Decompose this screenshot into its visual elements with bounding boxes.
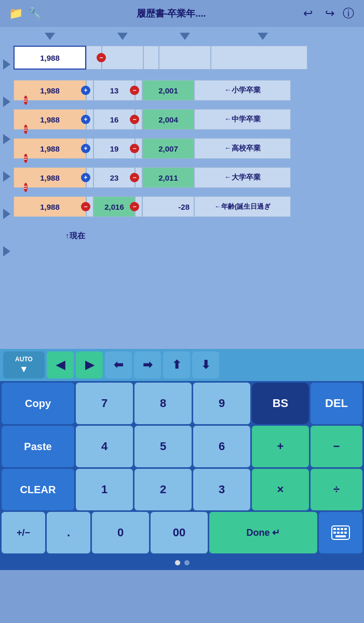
plus-button[interactable]: + bbox=[252, 426, 309, 467]
key-3[interactable]: 3 bbox=[193, 469, 250, 510]
key-4[interactable]: 4 bbox=[76, 426, 133, 467]
cell-r2-result[interactable]: 2,004 bbox=[142, 109, 194, 130]
copy-button[interactable]: Copy bbox=[2, 383, 74, 424]
key-5[interactable]: 5 bbox=[134, 426, 192, 467]
svg-rect-5 bbox=[333, 532, 336, 534]
kb-row-2: Paste 4 5 6 + − bbox=[0, 424, 364, 467]
table-row: 1,988 + 19 − 2,007 ←高校卒業 bbox=[14, 138, 364, 167]
svg-rect-8 bbox=[344, 532, 347, 534]
key-1[interactable]: 1 bbox=[76, 469, 133, 510]
cell-r2-label: ←中学卒業 bbox=[194, 109, 291, 130]
dot-2[interactable] bbox=[184, 560, 190, 565]
key-9[interactable]: 9 bbox=[193, 383, 250, 424]
cell-r1-result[interactable]: 2,001 bbox=[142, 80, 194, 101]
badge-minus-0: − bbox=[97, 53, 106, 62]
row-header-2 bbox=[0, 120, 14, 158]
cell-r3-label: ←高校卒業 bbox=[194, 138, 291, 159]
badge-minus-5n: − bbox=[130, 202, 139, 211]
big-down-btn[interactable]: ⬇ bbox=[192, 351, 219, 378]
row-headers bbox=[0, 46, 14, 295]
cell-r2-num[interactable]: 16 − bbox=[93, 109, 135, 130]
bs-button[interactable]: BS bbox=[252, 383, 309, 424]
page-dots bbox=[0, 556, 364, 570]
col-arrow-0[interactable] bbox=[14, 33, 86, 40]
row-header-4 bbox=[0, 195, 14, 233]
svg-rect-1 bbox=[333, 528, 336, 530]
spreadsheet: 1,988 − 1,988 bbox=[0, 27, 364, 349]
badge-minus-3n: − bbox=[130, 144, 139, 153]
cell-r4-result[interactable]: 2,011 bbox=[142, 167, 194, 188]
cell-r0-badge: − bbox=[86, 46, 102, 70]
key-8[interactable]: 8 bbox=[134, 383, 192, 424]
cell-r5-num[interactable]: 2,016 − bbox=[93, 196, 135, 217]
key-6[interactable]: 6 bbox=[193, 426, 250, 467]
clear-button[interactable]: CLEAR bbox=[2, 469, 74, 510]
col-arrow-4[interactable] bbox=[159, 33, 211, 40]
back-icon[interactable]: ↩ bbox=[299, 4, 317, 23]
badge-eq-1: = bbox=[24, 96, 28, 105]
badge-minus-1n: − bbox=[130, 86, 139, 95]
cell-r0-result[interactable] bbox=[159, 46, 211, 70]
multiply-button[interactable]: × bbox=[252, 469, 309, 510]
header-nav: ↩ ↪ bbox=[299, 4, 339, 23]
col-arrow-2[interactable] bbox=[102, 33, 143, 40]
col-headers bbox=[0, 27, 364, 46]
big-left-btn[interactable]: ⬅ bbox=[105, 351, 132, 378]
badge-minus-2n: − bbox=[130, 115, 139, 124]
left-arrow-btn[interactable]: ◀ bbox=[47, 351, 74, 378]
auto-btn[interactable]: AUTO ▼ bbox=[3, 351, 45, 378]
nav-bar: AUTO ▼ ◀ ▶ ⬅ ➡ ⬆ ⬇ bbox=[0, 349, 364, 381]
key-2[interactable]: 2 bbox=[134, 469, 192, 510]
badge-minus-4n: − bbox=[130, 173, 139, 182]
keyboard-icon[interactable] bbox=[319, 512, 362, 553]
big-up-btn[interactable]: ⬆ bbox=[163, 351, 190, 378]
del-button[interactable]: DEL bbox=[311, 383, 362, 424]
key-0[interactable]: 0 bbox=[92, 512, 149, 553]
key-7[interactable]: 7 bbox=[76, 383, 133, 424]
cell-r4-num[interactable]: 23 − bbox=[93, 167, 135, 188]
row-header-0 bbox=[0, 46, 14, 83]
kb-row-1: Copy 7 8 9 BS DEL bbox=[0, 381, 364, 424]
big-right-btn[interactable]: ➡ bbox=[134, 351, 161, 378]
cell-r5-value[interactable]: 1,988 − bbox=[14, 196, 86, 217]
table-row: 1,988 + 23 − 2,011 ←大学卒業 bbox=[14, 167, 364, 196]
imanow-row: ↑現在 bbox=[14, 225, 364, 246]
svg-rect-7 bbox=[341, 532, 343, 534]
dot-button[interactable]: . bbox=[47, 512, 90, 553]
imanow-text: ↑現在 bbox=[65, 231, 85, 241]
badge-eq-4: = bbox=[24, 183, 28, 192]
cell-r0-label[interactable] bbox=[211, 46, 307, 70]
badge-plus-2: + bbox=[81, 115, 90, 124]
svg-rect-2 bbox=[337, 528, 340, 530]
table-row: 1,988 − 2,016 − -28 ←年齢(誕生日過ぎ bbox=[14, 196, 364, 225]
cell-r3-result[interactable]: 2,007 bbox=[142, 138, 194, 159]
svg-rect-9 bbox=[335, 535, 346, 537]
folder-icon[interactable]: 📁 bbox=[6, 4, 25, 23]
sign-button[interactable]: +/− bbox=[2, 512, 45, 553]
cell-r3-num[interactable]: 19 − bbox=[93, 138, 135, 159]
row-header-5 bbox=[0, 233, 14, 270]
key-00[interactable]: 00 bbox=[151, 512, 208, 553]
done-button[interactable]: Done ↵ bbox=[209, 512, 317, 553]
wrench-icon[interactable]: 🔧 bbox=[25, 4, 44, 23]
right-arrow-btn[interactable]: ▶ bbox=[76, 351, 103, 378]
cell-r0-value[interactable]: 1,988 bbox=[14, 46, 86, 70]
svg-rect-6 bbox=[337, 532, 340, 534]
dot-1[interactable] bbox=[175, 560, 180, 565]
cell-r5-result[interactable]: -28 bbox=[142, 196, 194, 217]
table-row: 1,988 + 13 − 2,001 ←小学卒業 bbox=[14, 80, 364, 109]
badge-plus-3: + bbox=[81, 144, 90, 153]
paste-button[interactable]: Paste bbox=[2, 426, 74, 467]
cell-r1-label: ←小学卒業 bbox=[194, 80, 291, 101]
badge-eq-2: = bbox=[24, 125, 28, 134]
badge-plus-4: + bbox=[81, 173, 90, 182]
header: 📁 🔧 履歴書-卒業年.... ↩ ↪ ⓘ bbox=[0, 0, 364, 27]
forward-icon[interactable]: ↪ bbox=[320, 4, 339, 23]
info-icon[interactable]: ⓘ bbox=[339, 4, 358, 23]
divide-button[interactable]: ÷ bbox=[311, 469, 362, 510]
row-header-3 bbox=[0, 158, 14, 195]
cell-r0-num[interactable] bbox=[102, 46, 143, 70]
minus-button[interactable]: − bbox=[311, 426, 362, 467]
cell-r1-num[interactable]: 13 − bbox=[93, 80, 135, 101]
col-arrow-5[interactable] bbox=[211, 33, 315, 40]
